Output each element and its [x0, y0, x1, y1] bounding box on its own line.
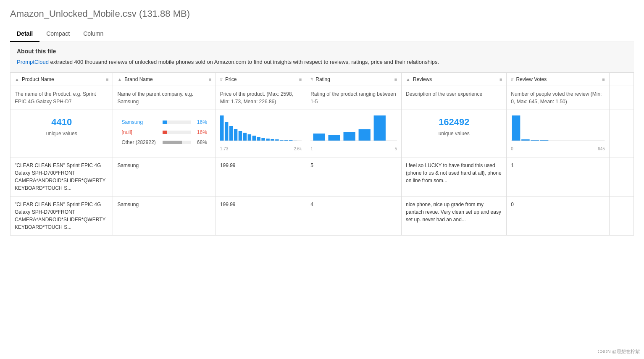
- table-row: "CLEAR CLEAN ESN" Sprint EPIC 4G Galaxy …: [11, 157, 634, 196]
- file-title: Amazon_Unlocked_Mobile.csv (131.88 MB): [10, 8, 634, 19]
- brand-samsung-bar: [163, 121, 167, 124]
- col-header-brand: ▲ Brand Name ≡: [113, 73, 216, 86]
- votes-desc-cell: Number of people voted the review (Min: …: [507, 86, 609, 110]
- col-header-product: ▲ Product Name ≡: [11, 73, 113, 86]
- votes-col-label: Review Votes: [516, 76, 547, 82]
- stats-row: 4410 unique values Samsung 16%: [11, 110, 634, 157]
- rating-axis: 1 5: [310, 146, 397, 152]
- svg-rect-24: [512, 115, 520, 141]
- row2-rating: 4: [306, 196, 402, 235]
- reviews-stats-cell: 162492 unique values: [402, 110, 507, 157]
- brand-samsung-pct: 16%: [195, 118, 207, 126]
- brand-filter-icon[interactable]: ≡: [208, 77, 211, 82]
- reviews-unique-count: 162492: [406, 115, 502, 129]
- price-filter-icon[interactable]: ≡: [299, 77, 302, 82]
- row1-reviews: I feel so LUCKY to have found this used …: [402, 157, 507, 196]
- brand-other-label: Other (282922): [121, 139, 159, 146]
- rating-col-label: Rating: [315, 76, 330, 82]
- brand-bar-chart: Samsung 16% [null]: [117, 114, 211, 153]
- svg-rect-11: [271, 139, 274, 141]
- brand-other-bar-bg: [163, 141, 191, 144]
- row1-brand: Samsung: [113, 157, 216, 196]
- rating-min: 1: [310, 146, 313, 152]
- votes-axis: 0 645: [511, 146, 605, 152]
- product-type-icon: ▲: [15, 77, 19, 82]
- brand-col-label: Brand Name: [124, 76, 152, 82]
- brand-other-bar: [163, 141, 182, 144]
- product-stats-cell: 4410 unique values: [11, 110, 113, 157]
- votes-max: 645: [598, 146, 605, 152]
- table-header-row: ▲ Product Name ≡ ▲ Brand Name ≡: [11, 73, 634, 86]
- row2-reviews: nice phone, nice up grade from my pantac…: [402, 196, 507, 235]
- svg-rect-4: [239, 131, 242, 141]
- about-title: About this file: [17, 48, 627, 55]
- row1-price: 199.99: [216, 157, 306, 196]
- row2-product: "CLEAR CLEAN ESN" Sprint EPIC 4G Galaxy …: [11, 196, 113, 235]
- svg-rect-10: [266, 139, 270, 141]
- about-section: About this file PromptCloud extracted 40…: [10, 42, 634, 73]
- reviews-col-label: Reviews: [413, 76, 432, 82]
- votes-filter-icon[interactable]: ≡: [602, 77, 605, 82]
- svg-rect-8: [257, 137, 260, 141]
- price-histogram: [220, 113, 302, 143]
- col-header-reviews: ▲ Reviews ≡: [402, 73, 507, 86]
- extra-stats-cell: [609, 110, 633, 157]
- row2-brand: Samsung: [113, 196, 216, 235]
- svg-rect-9: [261, 138, 265, 141]
- reviews-type-icon: ▲: [406, 77, 410, 82]
- extra-desc-cell: [609, 86, 633, 110]
- brand-stats-cell: Samsung 16% [null]: [113, 110, 216, 157]
- brand-samsung-label: Samsung: [121, 118, 159, 126]
- svg-rect-13: [280, 140, 284, 141]
- promptcloud-link[interactable]: PromptCloud: [17, 59, 49, 65]
- brand-null-bar-bg: [163, 131, 191, 134]
- svg-rect-6: [247, 134, 251, 141]
- product-filter-icon[interactable]: ≡: [106, 77, 108, 82]
- table-row: "CLEAR CLEAN ESN" Sprint EPIC 4G Galaxy …: [11, 196, 634, 235]
- col-header-price: # Price ≡: [216, 73, 306, 86]
- row2-votes: 0: [507, 196, 609, 235]
- brand-null-bar: [163, 131, 167, 134]
- brand-null-row: [null] 16%: [121, 128, 207, 136]
- row1-rating: 5: [306, 157, 402, 196]
- svg-rect-25: [521, 139, 530, 141]
- data-table-wrapper: ▲ Product Name ≡ ▲ Brand Name ≡: [10, 73, 634, 236]
- rating-histogram: [310, 113, 397, 143]
- brand-samsung-row: Samsung 16%: [121, 118, 207, 126]
- brand-other-row: Other (282922) 68%: [121, 139, 207, 146]
- reviews-unique-label: unique values: [406, 130, 502, 137]
- col-header-rating: # Rating ≡: [306, 73, 402, 86]
- svg-rect-2: [229, 126, 233, 141]
- row1-product: "CLEAR CLEAN ESN" Sprint EPIC 4G Galaxy …: [11, 157, 113, 196]
- row1-product-text: "CLEAR CLEAN ESN" Sprint EPIC 4G Galaxy …: [15, 162, 105, 191]
- product-col-label: Product Name: [22, 76, 54, 82]
- brand-type-icon: ▲: [117, 77, 122, 82]
- svg-rect-0: [220, 115, 224, 141]
- rating-filter-icon[interactable]: ≡: [394, 77, 397, 82]
- votes-min: 0: [511, 146, 513, 152]
- reviews-filter-icon[interactable]: ≡: [499, 77, 502, 82]
- svg-rect-18: [313, 134, 325, 141]
- tab-compact[interactable]: Compact: [39, 26, 76, 42]
- brand-desc-cell: Name of the parent company. e.g. Samsung: [113, 86, 216, 110]
- tab-bar: Detail Compact Column: [10, 26, 634, 42]
- price-type-icon: #: [220, 77, 223, 82]
- col-header-votes: # Review Votes ≡: [507, 73, 609, 86]
- price-min: 1.73: [220, 146, 228, 152]
- svg-rect-3: [234, 129, 238, 141]
- price-max: 2.6k: [294, 146, 302, 152]
- svg-rect-1: [225, 122, 229, 141]
- product-unique-count: 4410: [15, 115, 108, 129]
- rating-max: 5: [395, 146, 397, 152]
- svg-rect-12: [275, 139, 279, 141]
- price-axis: 1.73 2.6k: [220, 146, 302, 152]
- tab-column[interactable]: Column: [76, 26, 110, 42]
- tab-detail[interactable]: Detail: [10, 26, 39, 42]
- row2-extra: [609, 196, 633, 235]
- data-table: ▲ Product Name ≡ ▲ Brand Name ≡: [10, 73, 634, 236]
- price-desc-cell: Price of the product. (Max: 2598, Min: 1…: [216, 86, 306, 110]
- col-header-extra: [609, 73, 633, 86]
- about-description: PromptCloud extracted 400 thousand revie…: [17, 58, 627, 66]
- brand-samsung-bar-bg: [163, 121, 191, 124]
- svg-rect-20: [344, 132, 355, 141]
